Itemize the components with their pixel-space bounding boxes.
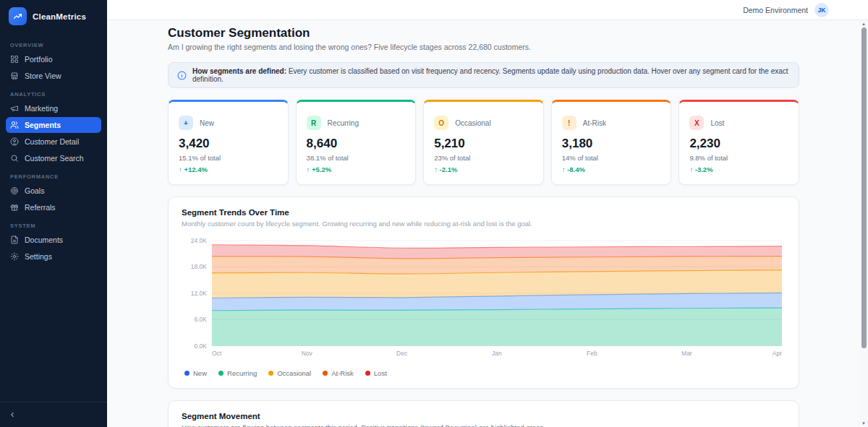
segment-card-at-risk[interactable]: !At-Risk3,18014% of total↑ -8.4% [551,100,672,185]
sidebar-item-label: Settings [25,252,52,261]
trend-panel-subtitle: Monthly customer count by lifecycle segm… [182,220,786,228]
store-icon [10,72,19,80]
segment-share: 23% of total [434,154,533,162]
segment-change: ↑ -8.4% [562,165,661,173]
segment-share: 14% of total [562,154,661,162]
segment-card-new[interactable]: +New3,42015.1% of total↑ +12.4% [168,100,289,185]
svg-text:18.0K: 18.0K [191,263,207,270]
segment-change: ↑ -3.2% [689,165,788,173]
legend-dot-icon [268,371,273,376]
info-banner: How segments are defined: Every customer… [168,62,799,88]
segment-value: 2,230 [689,137,788,151]
sidebar-item-label: Customer Detail [25,137,79,146]
gear-icon [10,252,19,261]
segment-badge: + [179,116,193,130]
segment-change: ↑ +12.4% [179,165,278,173]
info-banner-text: How segments are defined: Every customer… [192,67,790,83]
segment-change: ↑ +5.2% [307,165,406,173]
scrollbar-thumb[interactable] [861,27,867,348]
chart-legend: NewRecurringOccasionalAt-RiskLost [182,369,786,377]
legend-item-new[interactable]: New [184,369,207,377]
legend-dot-icon [184,371,190,376]
movement-panel-title: Segment Movement [182,412,786,420]
scroll-up-arrow-icon[interactable]: ▲ [859,20,868,27]
nav-section-label: PERFORMANCE [6,167,101,183]
sidebar-footer [0,402,107,427]
segment-value: 3,420 [179,137,278,151]
page-title: Customer Segmentation [168,26,799,40]
legend-item-recurring[interactable]: Recurring [218,369,257,377]
sidebar-item-customer-detail[interactable]: Customer Detail [6,134,101,150]
segment-cards-row: +New3,42015.1% of total↑ +12.4%RRecurrin… [168,100,799,185]
sidebar-item-portfolio[interactable]: Portfolio [6,51,101,67]
collapse-sidebar-button[interactable] [9,408,16,420]
legend-label: At-Risk [331,369,354,377]
sidebar-item-goals[interactable]: Goals [6,183,101,199]
environment-label: Demo Environment [743,6,808,14]
svg-text:Oct: Oct [212,350,222,357]
segment-name: At-Risk [583,119,606,127]
gift-icon [10,203,19,212]
sidebar-item-referrals[interactable]: Referrals [6,199,101,215]
main-content: Customer Segmentation Am I growing the r… [107,20,859,427]
sidebar-item-label: Referrals [25,203,56,212]
sidebar-item-documents[interactable]: Documents [6,232,101,248]
legend-label: New [193,369,207,377]
segment-name: Occasional [455,119,490,127]
legend-dot-icon [218,371,224,376]
sidebar-item-store-view[interactable]: Store View [6,68,101,84]
segment-card-recurring[interactable]: RRecurring8,64038.1% of total↑ +5.2% [296,100,417,185]
nav-section-label: ANALYTICS [6,85,101,100]
legend-label: Lost [374,369,387,377]
segment-change: ↑ -2.1% [434,165,533,173]
svg-text:Jan: Jan [492,350,502,357]
trend-panel: Segment Trends Over Time Monthly custome… [168,197,799,389]
app-name: CleanMetrics [33,12,86,21]
nav-section-label: OVERVIEW [6,35,101,51]
legend-dot-icon [323,371,328,376]
segment-share: 15.1% of total [179,154,278,162]
legend-item-lost[interactable]: Lost [365,369,387,377]
svg-text:Feb: Feb [587,350,597,357]
legend-label: Occasional [277,369,311,377]
nav-section-label: SYSTEM [6,216,101,232]
segment-value: 3,180 [562,137,661,151]
stacked-area-chart: 0.0K6.0K12.0K18.0K24.0KOctNovDecJanFebMa… [182,235,786,362]
sidebar-nav: OVERVIEWPortfolioStore ViewANALYTICSMark… [0,34,107,402]
sidebar-item-marketing[interactable]: Marketing [6,100,101,116]
svg-text:6.0K: 6.0K [194,316,207,323]
segment-card-lost[interactable]: XLost2,2309.8% of total↑ -3.2% [678,100,799,185]
segment-value: 5,210 [434,137,533,151]
info-icon [177,71,187,80]
avatar[interactable]: JK [814,3,829,17]
app-logo[interactable]: CleanMetrics [0,0,107,34]
sidebar-item-label: Customer Search [25,154,84,163]
trend-panel-title: Segment Trends Over Time [182,208,786,217]
sidebar-item-settings[interactable]: Settings [6,249,101,264]
scroll-down-arrow-icon[interactable]: ▼ [859,420,868,427]
segment-card-occasional[interactable]: OOccasional5,21023% of total↑ -2.1% [423,100,544,185]
sidebar-item-segments[interactable]: Segments [6,117,101,133]
segment-name: Lost [710,119,724,127]
legend-item-at-risk[interactable]: At-Risk [323,369,354,377]
sidebar-item-label: Segments [25,121,61,129]
legend-dot-icon [365,371,370,376]
users-icon [10,121,19,129]
segment-badge: ! [562,116,576,130]
legend-item-occasional[interactable]: Occasional [268,369,311,377]
segment-badge: O [434,116,448,130]
segment-name: Recurring [328,119,359,127]
movement-panel: Segment Movement How customers are flowi… [168,400,799,427]
user-circle-icon [10,137,19,146]
megaphone-icon [10,104,19,113]
page-subtitle: Am I growing the right segments and losi… [168,43,799,51]
svg-text:Mar: Mar [681,350,692,357]
segment-share: 9.8% of total [689,154,788,162]
document-icon [10,236,19,244]
legend-label: Recurring [227,369,257,377]
segment-badge: X [689,116,704,130]
sidebar-item-customer-search[interactable]: Customer Search [6,150,101,166]
sidebar: CleanMetrics OVERVIEWPortfolioStore View… [0,0,107,427]
svg-text:Apr: Apr [773,350,782,357]
segment-share: 38.1% of total [307,154,406,162]
